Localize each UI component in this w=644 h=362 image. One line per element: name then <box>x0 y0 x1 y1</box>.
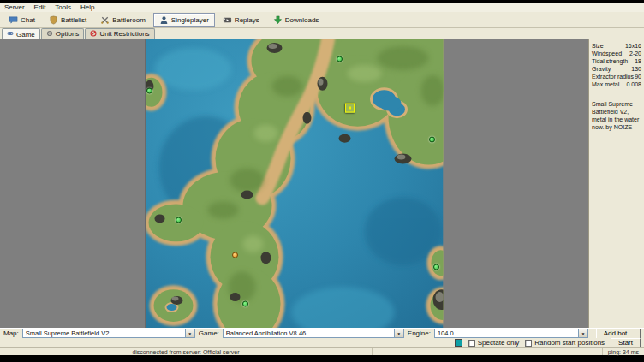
map-description: Small Supreme Battlefield V2, metal in t… <box>592 100 641 131</box>
map-stat-tidal: Tidal strength 18 <box>592 57 641 65</box>
chevron-down-icon: ▼ <box>185 329 194 337</box>
map-stat-extractor: Extractor radius 90 <box>592 73 641 80</box>
tab-replays-label: Replays <box>235 16 259 24</box>
map-preview[interactable] <box>146 39 443 328</box>
stat-label: Size <box>592 42 604 50</box>
subtab-options[interactable]: Options <box>41 28 85 39</box>
tab-downloads-label: Downloads <box>285 16 319 24</box>
map-marker-start[interactable] <box>242 301 248 307</box>
menu-help[interactable]: Help <box>80 3 94 12</box>
subtab-options-label: Options <box>56 30 80 38</box>
player-icon <box>159 15 169 25</box>
map-stat-windspeed: Windspeed 2-20 <box>592 50 641 57</box>
tab-singleplayer-label: Singleplayer <box>171 16 209 24</box>
shield-icon <box>49 15 58 25</box>
stat-value: 16x16 <box>625 42 641 50</box>
spectate-option: Spectate only <box>468 339 519 347</box>
map-marker-start[interactable] <box>429 136 435 142</box>
singleplayer-subtabs: Game Options Unit Restrictions <box>0 28 644 39</box>
map-marker-start[interactable] <box>176 217 182 223</box>
start-options-bar: Spectate only Random start positions Sta… <box>0 338 644 347</box>
random-start-label: Random start positions <box>534 339 605 347</box>
film-icon <box>223 15 232 25</box>
map-select-label: Map: <box>3 329 19 337</box>
tab-chat-label: Chat <box>21 16 35 24</box>
tab-chat[interactable]: Chat <box>3 13 41 27</box>
main-area: Size 16x16 Windspeed 2-20 Tidal strength… <box>0 39 644 328</box>
menu-tools[interactable]: Tools <box>55 3 71 12</box>
map-marker-start[interactable] <box>433 264 439 270</box>
map-marker-start[interactable] <box>337 56 343 62</box>
main-toolbar: Chat Battlelist Battleroom Singleplayer … <box>0 12 644 28</box>
player-color-button[interactable] <box>455 339 462 347</box>
stat-label: Max metal <box>592 80 619 88</box>
tab-singleplayer[interactable]: Singleplayer <box>153 13 215 27</box>
connection-status: disconnected from server: Official serve… <box>0 348 373 355</box>
tab-downloads[interactable]: Downloads <box>267 13 325 27</box>
random-start-option: Random start positions <box>525 339 605 347</box>
tab-battleroom-label: Battleroom <box>112 16 146 24</box>
chevron-down-icon: ▼ <box>394 329 403 337</box>
stat-value: 90 <box>635 73 641 80</box>
statusbar-spacer <box>373 348 603 355</box>
chat-icon <box>9 15 18 25</box>
game-select[interactable]: Balanced Annihilation V8.46 ▼ <box>223 329 404 338</box>
map-marker-layer <box>146 39 443 328</box>
subtab-game-label: Game <box>16 31 35 39</box>
map-stat-size: Size 16x16 <box>592 42 641 50</box>
stat-label: Windspeed <box>592 50 622 57</box>
map-marker-selected[interactable] <box>345 103 355 112</box>
stat-label: Gravity <box>592 65 611 73</box>
lobby-window: Server Edit Tools Help Chat Battlelist B… <box>0 3 644 355</box>
map-select[interactable]: Small Supreme Battlefield V2 ▼ <box>22 329 195 338</box>
gear-icon <box>46 30 53 39</box>
engine-select-label: Engine: <box>408 329 431 337</box>
subtab-game[interactable]: Game <box>2 28 40 39</box>
spectate-label: Spectate only <box>478 339 519 347</box>
menubar: Server Edit Tools Help <box>0 3 644 12</box>
map-select-value: Small Supreme Battlefield V2 <box>23 329 185 337</box>
map-stat-gravity: Gravity 130 <box>592 65 641 73</box>
statusbar: disconnected from server: Official serve… <box>0 347 644 355</box>
stat-label: Tidal strength <box>592 57 628 65</box>
tab-battlelist-label: Battlelist <box>61 16 86 24</box>
game-select-value: Balanced Annihilation V8.46 <box>224 329 394 337</box>
random-start-checkbox[interactable] <box>525 340 532 347</box>
tab-replays[interactable]: Replays <box>217 13 265 27</box>
map-marker-start[interactable] <box>146 87 152 93</box>
tab-battlelist[interactable]: Battlelist <box>43 13 92 27</box>
subtab-unit-restrictions[interactable]: Unit Restrictions <box>85 28 154 39</box>
stat-value: 130 <box>631 65 641 73</box>
spectate-checkbox[interactable] <box>468 340 475 347</box>
map-info-panel: Size 16x16 Windspeed 2-20 Tidal strength… <box>588 39 644 328</box>
game-select-label: Game: <box>199 329 219 337</box>
engine-select-value: 104.0 <box>435 329 578 337</box>
start-button[interactable]: Start <box>611 338 641 348</box>
map-region <box>0 39 588 328</box>
stat-value: 0.008 <box>626 80 641 88</box>
menu-edit[interactable]: Edit <box>34 3 46 12</box>
crossed-swords-icon <box>100 15 110 25</box>
engine-select[interactable]: 104.0 ▼ <box>434 329 588 338</box>
stat-value: 18 <box>635 57 641 65</box>
subtab-unit-restrictions-label: Unit Restrictions <box>99 30 149 38</box>
gamepad-icon <box>7 30 14 39</box>
map-marker-ally[interactable] <box>232 252 238 258</box>
stat-label: Extractor radius <box>592 73 634 80</box>
chevron-down-icon: ▼ <box>578 329 587 337</box>
tab-battleroom[interactable]: Battleroom <box>94 13 152 27</box>
selection-bar: Map: Small Supreme Battlefield V2 ▼ Game… <box>0 328 644 338</box>
menu-server[interactable]: Server <box>4 3 25 12</box>
ping-status: ping: 34 ms <box>603 348 644 355</box>
stat-value: 2-20 <box>629 50 641 57</box>
map-stat-maxmetal: Max metal 0.008 <box>592 80 641 88</box>
download-arrow-icon <box>273 15 283 25</box>
restriction-icon <box>90 30 97 39</box>
